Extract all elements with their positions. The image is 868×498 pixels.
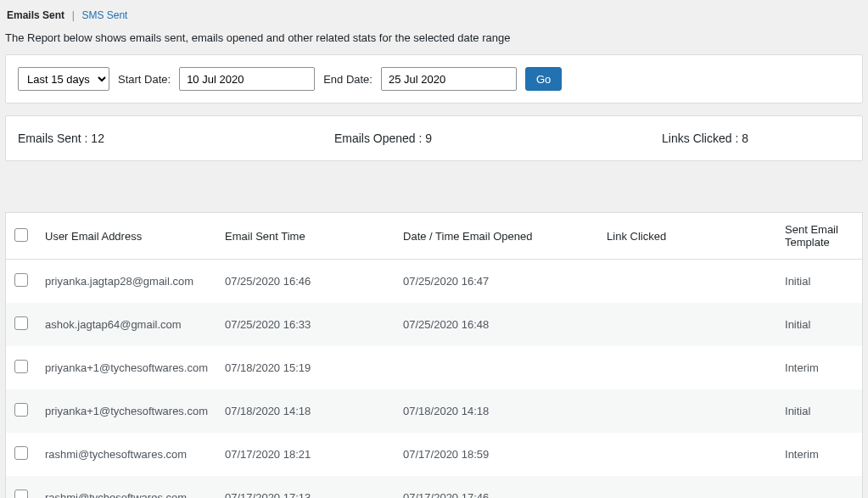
- cell-sent-time: 07/25/2020 16:33: [216, 303, 395, 346]
- table-row: rashmi@tychesoftwares.com07/17/2020 18:2…: [6, 433, 862, 476]
- cell-email: priyanka+1@tychesoftwares.com: [36, 346, 216, 389]
- row-checkbox[interactable]: [14, 316, 28, 330]
- row-checkbox[interactable]: [14, 403, 28, 417]
- cell-template: Interim: [776, 346, 862, 389]
- table-row: rashmi@tychesoftwares.com07/17/2020 17:1…: [6, 476, 862, 498]
- cell-link-clicked: [598, 260, 776, 304]
- filter-panel: Last 15 days Start Date: End Date: Go: [5, 54, 863, 104]
- cell-link-clicked: [598, 389, 776, 433]
- go-button[interactable]: Go: [525, 67, 562, 91]
- row-checkbox[interactable]: [14, 446, 28, 460]
- start-date-label: Start Date:: [118, 73, 171, 86]
- table-row: priyanka+1@tychesoftwares.com07/18/2020 …: [6, 389, 862, 433]
- stat-links-clicked: Links Clicked : 8: [505, 131, 850, 145]
- cell-sent-time: 07/17/2020 18:21: [216, 433, 395, 476]
- stat-emails-opened: Emails Opened : 9: [261, 131, 505, 145]
- end-date-label: End Date:: [323, 73, 372, 86]
- report-subtitle: The Report below shows emails sent, emai…: [0, 26, 868, 54]
- cell-email: priyanka+1@tychesoftwares.com: [36, 389, 216, 433]
- cell-sent-time: 07/18/2020 14:18: [216, 389, 395, 433]
- email-table-wrap: User Email Address Email Sent Time Date …: [5, 212, 863, 498]
- cell-template: Initial: [776, 303, 862, 346]
- cell-link-clicked: [598, 476, 776, 498]
- cell-opened-time: 07/17/2020 17:46: [395, 476, 598, 498]
- col-link-clicked[interactable]: Link Clicked: [598, 213, 776, 260]
- col-user-email[interactable]: User Email Address: [36, 213, 216, 260]
- cell-sent-time: 07/18/2020 15:19: [216, 346, 395, 389]
- select-all-checkbox[interactable]: [14, 228, 28, 242]
- cell-opened-time: 07/17/2020 18:59: [395, 433, 598, 476]
- cell-sent-time: 07/25/2020 16:46: [216, 260, 395, 304]
- table-row: priyanka+1@tychesoftwares.com07/18/2020 …: [6, 346, 862, 389]
- cell-email: priyanka.jagtap28@gmail.com: [36, 260, 216, 304]
- col-sent-time[interactable]: Email Sent Time: [216, 213, 395, 260]
- cell-email: ashok.jagtap64@gmail.com: [36, 303, 216, 346]
- col-opened-time[interactable]: Date / Time Email Opened: [395, 213, 598, 260]
- cell-template: Interim: [776, 433, 862, 476]
- cell-opened-time: 07/18/2020 14:18: [395, 389, 598, 433]
- tab-emails-sent[interactable]: Emails Sent: [5, 9, 66, 21]
- range-select[interactable]: Last 15 days: [18, 67, 109, 91]
- cell-template: Initial: [776, 389, 862, 433]
- tab-separator: |: [70, 9, 77, 21]
- end-date-input[interactable]: [381, 67, 517, 91]
- tab-sms-sent[interactable]: SMS Sent: [80, 9, 129, 21]
- email-table: User Email Address Email Sent Time Date …: [6, 213, 862, 498]
- row-checkbox[interactable]: [14, 490, 28, 498]
- cell-opened-time: [395, 346, 598, 389]
- cell-opened-time: 07/25/2020 16:48: [395, 303, 598, 346]
- cell-opened-time: 07/25/2020 16:47: [395, 260, 598, 304]
- cell-template: Initial: [776, 260, 862, 304]
- cell-sent-time: 07/17/2020 17:13: [216, 476, 395, 498]
- cell-email: rashmi@tychesoftwares.com: [36, 433, 216, 476]
- row-checkbox[interactable]: [14, 273, 28, 287]
- cell-template: [776, 476, 862, 498]
- cell-link-clicked: [598, 303, 776, 346]
- col-template[interactable]: Sent Email Template: [776, 213, 862, 260]
- row-checkbox[interactable]: [14, 360, 28, 373]
- stats-panel: Emails Sent : 12 Emails Opened : 9 Links…: [5, 115, 863, 161]
- cell-email: rashmi@tychesoftwares.com: [36, 476, 216, 498]
- table-row: ashok.jagtap64@gmail.com07/25/2020 16:33…: [6, 303, 862, 346]
- cell-link-clicked: [598, 433, 776, 476]
- cell-link-clicked: [598, 346, 776, 389]
- stat-emails-sent: Emails Sent : 12: [18, 131, 261, 145]
- table-row: priyanka.jagtap28@gmail.com07/25/2020 16…: [6, 260, 862, 304]
- start-date-input[interactable]: [179, 67, 315, 91]
- report-tabs: Emails Sent | SMS Sent: [0, 0, 868, 26]
